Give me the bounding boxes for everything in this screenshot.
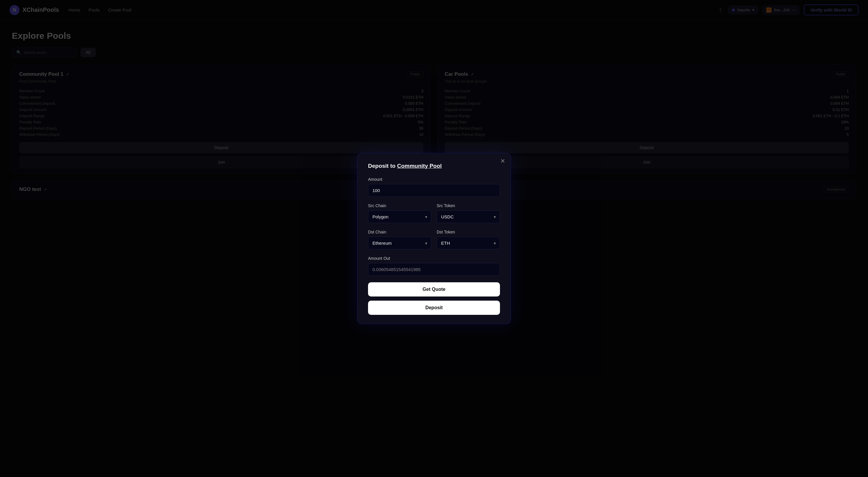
src-token-group: Src Token USDC ETH USDT	[437, 203, 500, 223]
amount-label: Amount	[368, 177, 500, 182]
amount-input[interactable]	[368, 184, 500, 197]
src-chain-group: Src Chain Polygon Ethereum Arbitrum	[368, 203, 431, 223]
deposit-modal: ✕ Deposit to Community Pool Amount Src C…	[357, 153, 511, 324]
dst-token-select-wrapper: ETH USDC USDT	[437, 237, 500, 249]
modal-deposit-button[interactable]: Deposit	[368, 301, 500, 315]
dst-chain-select[interactable]: Ethereum Polygon Arbitrum	[368, 237, 431, 249]
amount-group: Amount	[368, 177, 500, 197]
src-chain-label: Src Chain	[368, 203, 431, 208]
amount-out-input	[368, 263, 500, 276]
dst-chain-label: Dst Chain	[368, 230, 431, 234]
src-chain-select-wrapper: Polygon Ethereum Arbitrum	[368, 210, 431, 223]
modal-title: Deposit to Community Pool	[368, 163, 500, 169]
src-token-label: Src Token	[437, 203, 500, 208]
dst-chain-select-wrapper: Ethereum Polygon Arbitrum	[368, 237, 431, 249]
get-quote-button[interactable]: Get Quote	[368, 282, 500, 297]
dst-token-group: Dst Token ETH USDC USDT	[437, 230, 500, 249]
dst-token-label: Dst Token	[437, 230, 500, 234]
src-token-select[interactable]: USDC ETH USDT	[437, 210, 500, 223]
dst-token-select[interactable]: ETH USDC USDT	[437, 237, 500, 249]
modal-close-button[interactable]: ✕	[500, 158, 505, 164]
modal-title-link[interactable]: Community Pool	[397, 163, 442, 169]
amount-out-label: Amount Out	[368, 256, 500, 261]
dst-row: Dst Chain Ethereum Polygon Arbitrum Dst …	[368, 230, 500, 249]
src-row: Src Chain Polygon Ethereum Arbitrum Src …	[368, 203, 500, 223]
modal-overlay: ✕ Deposit to Community Pool Amount Src C…	[0, 0, 868, 477]
dst-chain-group: Dst Chain Ethereum Polygon Arbitrum	[368, 230, 431, 249]
amount-out-group: Amount Out	[368, 256, 500, 276]
src-token-select-wrapper: USDC ETH USDT	[437, 210, 500, 223]
src-chain-select[interactable]: Polygon Ethereum Arbitrum	[368, 210, 431, 223]
